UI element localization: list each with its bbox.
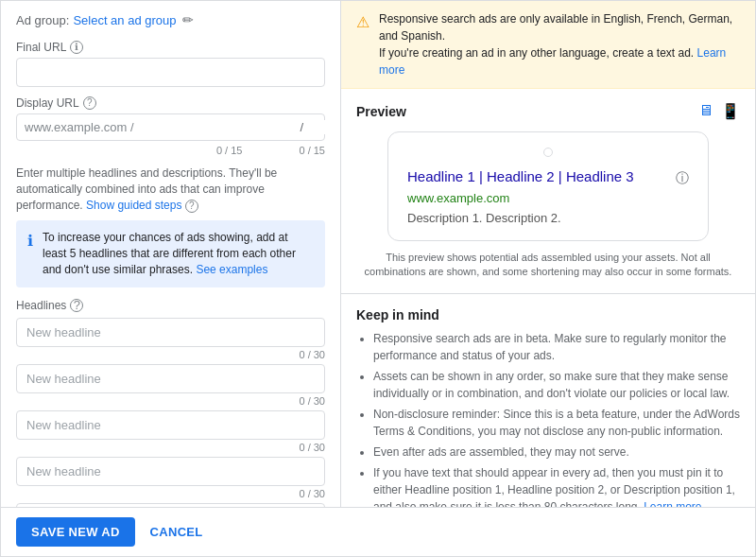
keep-in-mind-title: Keep in mind — [356, 307, 740, 322]
preview-section: Preview 🖥 📱 Headline 1 | Headline 2 | He… — [341, 89, 755, 294]
headline-counter-3: 0 / 30 — [16, 442, 325, 453]
guided-info-icon[interactable]: ? — [185, 200, 198, 213]
display-url-path2-input[interactable] — [307, 120, 341, 134]
see-examples-link[interactable]: See examples — [196, 263, 267, 276]
final-url-label: Final URL ℹ — [16, 41, 325, 54]
headline-counter-2: 0 / 30 — [16, 395, 325, 407]
headlines-section-label: Headlines ? — [16, 299, 325, 312]
final-url-input[interactable] — [16, 58, 325, 87]
desktop-icon[interactable]: 🖥 — [698, 102, 713, 120]
headline-counter-4: 0 / 30 — [16, 488, 325, 499]
preview-dot — [543, 148, 553, 157]
headline-row-4: 0 / 30 — [16, 457, 325, 499]
final-url-info-icon[interactable]: ℹ — [70, 41, 83, 54]
tip-box: ℹ To increase your chances of ads showin… — [16, 220, 325, 287]
kim-item-3: Non-disclosure reminder: Since this is a… — [373, 406, 740, 440]
kim-item-5: If you have text that should appear in e… — [373, 464, 740, 507]
kim-learn-more-link[interactable]: Learn more — [644, 500, 701, 507]
ad-info-icon[interactable]: ⓘ — [676, 170, 689, 187]
preview-title: Preview — [356, 104, 406, 119]
ad-url-preview: www.example.com — [407, 191, 689, 205]
warning-banner: ⚠ Responsive search ads are only availab… — [341, 1, 755, 89]
ad-group-label: Ad group: — [16, 13, 69, 27]
display-url-prefix: www.example.com / — [25, 120, 134, 134]
headline-input-5[interactable] — [16, 503, 325, 507]
warning-text-container: Responsive search ads are only available… — [379, 10, 740, 78]
display-url-counter2: 0 / 15 — [299, 145, 325, 156]
kim-item-4: Even after ads are assembled, they may n… — [373, 444, 740, 461]
display-url-path1-input[interactable] — [138, 120, 297, 134]
save-new-ad-button[interactable]: SAVE NEW AD — [16, 517, 135, 547]
ad-description-preview: Description 1. Description 2. — [407, 211, 689, 225]
info-text: Enter multiple headlines and description… — [16, 165, 325, 213]
display-url-slash: / — [301, 120, 304, 134]
footer: SAVE NEW AD CANCEL — [1, 507, 755, 556]
device-icons: 🖥 📱 — [698, 102, 740, 120]
tip-icon: ℹ — [27, 231, 33, 277]
headline-row-2: 0 / 30 — [16, 364, 325, 407]
show-guided-link[interactable]: Show guided steps — [86, 199, 181, 212]
left-panel: Ad group: Select an ad group ✏ Final URL… — [1, 1, 341, 507]
ad-headline-preview: Headline 1 | Headline 2 | Headline 3 ⓘ — [407, 168, 689, 187]
headline-input-4[interactable] — [16, 457, 325, 486]
final-url-group: Final URL ℹ — [16, 41, 325, 87]
warning-text: Responsive search ads are only available… — [379, 12, 732, 43]
headline-input-1[interactable] — [16, 318, 325, 347]
tip-text: To increase your chances of ads showing,… — [43, 230, 314, 277]
preview-header: Preview 🖥 📱 — [356, 102, 740, 120]
kim-item-2: Assets can be shown in any order, so mak… — [373, 368, 740, 402]
kim-item-1: Responsive search ads are in beta. Make … — [373, 330, 740, 364]
headline-input-2[interactable] — [16, 364, 325, 393]
headline-row-1: 0 / 30 — [16, 318, 325, 360]
mobile-icon[interactable]: 📱 — [721, 102, 740, 120]
headlines-info-icon[interactable]: ? — [70, 299, 83, 312]
display-url-row: www.example.com / / — [16, 113, 325, 141]
headline-row-3: 0 / 30 — [16, 410, 325, 453]
headline-input-3[interactable] — [16, 410, 325, 440]
right-panel: ⚠ Responsive search ads are only availab… — [341, 1, 755, 507]
display-url-info-icon[interactable]: ? — [83, 96, 96, 110]
warning-icon: ⚠ — [356, 11, 369, 34]
ad-headline-text: Headline 1 | Headline 2 | Headline 3 — [407, 168, 670, 184]
warning-subtext: If you're creating an ad in any other la… — [379, 46, 694, 60]
headline-counter-1: 0 / 30 — [16, 349, 325, 360]
headline-row-5: 0 / 30 — [16, 503, 325, 507]
keep-in-mind-section: Keep in mind Responsive search ads are i… — [341, 294, 755, 507]
headline-inputs: 0 / 30 0 / 30 0 / 30 0 / 30 0 / 30 — [16, 318, 325, 507]
ad-group-select-link[interactable]: Select an ad group — [73, 13, 176, 27]
preview-note: This preview shows potential ads assembl… — [356, 251, 740, 280]
keep-in-mind-list: Responsive search ads are in beta. Make … — [356, 330, 740, 507]
display-url-label: Display URL ? — [16, 96, 325, 110]
display-url-counters: 0 / 15 0 / 15 — [16, 145, 325, 156]
display-url-group: Display URL ? www.example.com / / 0 / 15… — [16, 96, 325, 156]
pencil-icon[interactable]: ✏ — [182, 12, 194, 27]
cancel-button[interactable]: CANCEL — [146, 517, 207, 547]
ad-group-row: Ad group: Select an ad group ✏ — [16, 12, 325, 27]
display-url-counter1: 0 / 15 — [216, 145, 243, 156]
ad-preview-box: Headline 1 | Headline 2 | Headline 3 ⓘ w… — [387, 131, 709, 241]
